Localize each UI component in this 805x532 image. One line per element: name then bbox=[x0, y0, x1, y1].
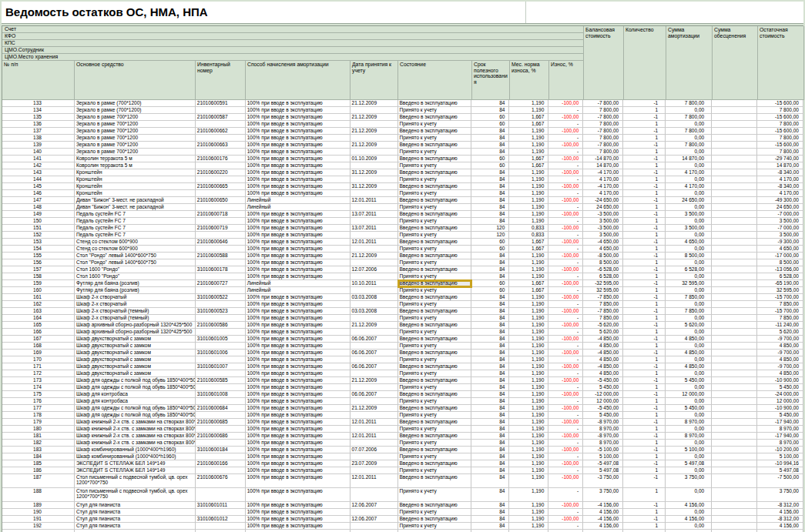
cell-name[interactable]: Стол письменный с подвесной тумбой, цв. … bbox=[75, 488, 196, 502]
cell-rate[interactable]: 1,190 bbox=[509, 460, 548, 467]
cell-term[interactable]: 84 bbox=[471, 142, 509, 149]
cell-impair[interactable] bbox=[712, 377, 757, 384]
cell-qty[interactable]: -1 bbox=[623, 239, 666, 246]
cell-impair[interactable] bbox=[712, 350, 757, 356]
cell-residual[interactable]: -17 940,00 bbox=[757, 419, 803, 426]
cell-date[interactable] bbox=[351, 467, 398, 474]
cell-date[interactable]: 21.12.2009 bbox=[351, 405, 398, 412]
cell-term[interactable]: 84 bbox=[471, 460, 509, 467]
filter-row-kps[interactable]: КПС bbox=[2, 40, 584, 47]
cell-impair[interactable] bbox=[712, 197, 757, 204]
cell-balance[interactable]: -5 450,00 bbox=[583, 405, 623, 412]
cell-qty[interactable]: -1 bbox=[623, 516, 666, 523]
cell-inv[interactable] bbox=[196, 329, 246, 336]
cell-date[interactable] bbox=[351, 107, 398, 114]
cell-qty[interactable]: 1 bbox=[623, 315, 666, 322]
cell-method[interactable]: 100% при вводе в эксплуатацию bbox=[246, 426, 351, 433]
column-header-date[interactable]: Дата принятия к учету bbox=[351, 61, 398, 100]
cell-method[interactable]: 100% при вводе в эксплуатацию bbox=[246, 253, 351, 259]
cell-term[interactable]: 84 bbox=[471, 453, 509, 460]
cell-rate[interactable]: 1,190 bbox=[509, 190, 548, 197]
cell-name[interactable]: Стол письменный с подвесной тумбой, цв. … bbox=[75, 474, 196, 488]
cell-rate[interactable]: 1,190 bbox=[509, 294, 548, 301]
cell-name[interactable]: Шкаф двухстворчатый с замком bbox=[75, 350, 196, 356]
cell-qty[interactable]: -1 bbox=[623, 322, 666, 329]
cell-method[interactable]: 100% при вводе в эксплуатацию bbox=[246, 128, 351, 135]
cell-method[interactable]: 100% при вводе в эксплуатацию bbox=[246, 377, 351, 384]
cell-inv[interactable]: 31010601008 bbox=[196, 391, 246, 398]
cell-inv[interactable] bbox=[196, 273, 246, 280]
cell-residual[interactable]: -15 600,00 bbox=[757, 128, 803, 135]
cell-name[interactable]: Шкаф двухстворчатый с замком bbox=[75, 363, 196, 370]
cell-num[interactable]: 147 bbox=[2, 197, 75, 204]
column-header-balance[interactable]: Балансовая стоимость bbox=[584, 26, 624, 100]
cell-wear[interactable]: -100,00 bbox=[548, 142, 583, 149]
cell-rate[interactable]: 1,190 bbox=[509, 419, 548, 426]
cell-residual[interactable]: -9 700,00 bbox=[757, 350, 803, 356]
cell-inv[interactable] bbox=[196, 315, 246, 322]
cell-impair[interactable] bbox=[712, 419, 757, 426]
cell-residual[interactable]: -7 000,00 bbox=[757, 225, 803, 232]
cell-name[interactable]: Ковролин терракота 5 м bbox=[75, 156, 196, 162]
cell-qty[interactable]: -1 bbox=[623, 211, 666, 218]
cell-qty[interactable]: 1 bbox=[623, 107, 666, 114]
cell-amort[interactable]: 5 620,00 bbox=[666, 322, 712, 329]
cell-impair[interactable] bbox=[712, 211, 757, 218]
cell-amort[interactable]: 5 100,00 bbox=[666, 447, 712, 453]
cell-num[interactable]: 161 bbox=[2, 294, 75, 301]
cell-rate[interactable]: 1,190 bbox=[509, 433, 548, 440]
cell-num[interactable]: 176 bbox=[2, 398, 75, 405]
cell-method[interactable]: 100% при вводе в эксплуатацию bbox=[246, 266, 351, 273]
cell-num[interactable]: 139 bbox=[2, 142, 75, 149]
cell-amort[interactable]: 0,00 bbox=[666, 315, 712, 322]
cell-rate[interactable]: 1,190 bbox=[509, 350, 548, 356]
cell-wear[interactable]: - bbox=[548, 453, 583, 460]
cell-wear[interactable]: -100,00 bbox=[548, 100, 583, 107]
cell-impair[interactable] bbox=[712, 232, 757, 239]
cell-balance[interactable]: 7 850,00 bbox=[583, 301, 623, 308]
cell-impair[interactable] bbox=[712, 176, 757, 183]
cell-num[interactable]: 186 bbox=[2, 467, 75, 474]
cell-rate[interactable]: 1,190 bbox=[509, 370, 548, 377]
cell-qty[interactable]: -1 bbox=[623, 280, 666, 287]
cell-inv[interactable] bbox=[196, 246, 246, 253]
cell-date[interactable]: 12.01.2011 bbox=[351, 197, 398, 204]
cell-rate[interactable]: 1,190 bbox=[509, 107, 548, 114]
cell-residual[interactable]: 4 850,00 bbox=[757, 356, 803, 363]
cell-amort[interactable]: 0,00 bbox=[666, 232, 712, 239]
cell-state[interactable]: Введено в эксплуатацию bbox=[398, 169, 472, 176]
cell-residual[interactable]: 24 650,00 bbox=[757, 204, 803, 211]
cell-amort[interactable]: 0,00 bbox=[666, 107, 712, 114]
cell-term[interactable]: 84 bbox=[471, 308, 509, 315]
cell-wear[interactable]: -100,00 bbox=[548, 516, 583, 523]
cell-amort[interactable]: 0,00 bbox=[666, 218, 712, 225]
cell-amort[interactable]: 7 800,00 bbox=[666, 128, 712, 135]
cell-qty[interactable]: -1 bbox=[623, 308, 666, 315]
cell-impair[interactable] bbox=[712, 502, 757, 509]
cell-state[interactable]: Введено в эксплуатацию bbox=[398, 183, 472, 190]
cell-wear[interactable]: - bbox=[548, 488, 583, 502]
cell-date[interactable]: 23.07.2009 bbox=[351, 460, 398, 467]
cell-date[interactable] bbox=[351, 190, 398, 197]
cell-inv[interactable]: 21010600646 bbox=[196, 239, 246, 246]
cell-balance[interactable]: 7 800,00 bbox=[583, 149, 623, 156]
cell-wear[interactable]: -100,00 bbox=[548, 308, 583, 315]
cell-num[interactable]: 181 bbox=[2, 433, 75, 440]
cell-balance[interactable]: 6 528,00 bbox=[583, 273, 623, 280]
cell-state[interactable]: Принято к учету bbox=[398, 440, 472, 447]
cell-inv[interactable] bbox=[196, 204, 246, 211]
cell-num[interactable]: 152 bbox=[2, 232, 75, 239]
cell-impair[interactable] bbox=[712, 169, 757, 176]
cell-name[interactable]: Кронштейн bbox=[75, 176, 196, 183]
cell-date[interactable]: 06.06.2007 bbox=[351, 363, 398, 370]
cell-method[interactable]: Линейный bbox=[246, 280, 351, 287]
cell-rate[interactable]: 1,190 bbox=[509, 176, 548, 183]
cell-wear[interactable]: - bbox=[548, 523, 583, 530]
cell-rate[interactable]: 1,190 bbox=[509, 447, 548, 453]
cell-state[interactable]: Введено в эксплуатацию bbox=[398, 336, 472, 343]
cell-balance[interactable]: 8 970,00 bbox=[583, 426, 623, 433]
cell-rate[interactable]: 1,190 bbox=[509, 315, 548, 322]
cell-residual[interactable]: -49 300,00 bbox=[757, 197, 803, 204]
cell-method[interactable]: 100% при вводе в эксплуатацию bbox=[246, 114, 351, 121]
cell-amort[interactable]: 3 500,00 bbox=[666, 225, 712, 232]
